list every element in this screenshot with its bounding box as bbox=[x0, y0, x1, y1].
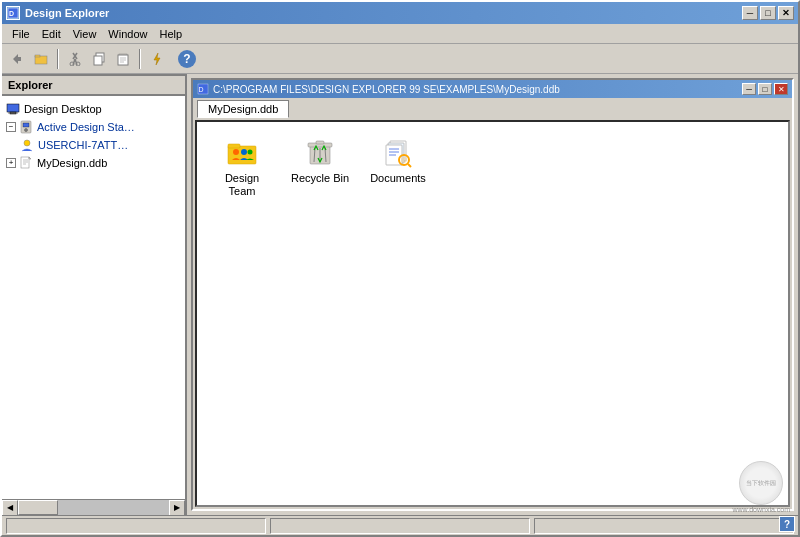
svg-rect-26 bbox=[21, 157, 29, 168]
toolbar-paste-btn[interactable] bbox=[112, 48, 134, 70]
maximize-button[interactable]: □ bbox=[760, 6, 776, 20]
toolbar-cut-btn[interactable] bbox=[64, 48, 86, 70]
sub-minimize-btn[interactable]: ─ bbox=[742, 83, 756, 95]
svg-rect-40 bbox=[316, 141, 324, 144]
file-item-design-team[interactable]: DesignTeam bbox=[207, 132, 277, 202]
svg-point-51 bbox=[401, 157, 407, 163]
menu-view[interactable]: View bbox=[67, 26, 103, 42]
sub-maximize-btn[interactable]: □ bbox=[758, 83, 772, 95]
sub-window: D C:\PROGRAM FILES\DESIGN EXPLORER 99 SE… bbox=[191, 78, 794, 511]
scroll-thumb[interactable] bbox=[18, 500, 58, 515]
status-panel-2 bbox=[270, 518, 530, 534]
toolbar-run-btn[interactable] bbox=[146, 48, 168, 70]
svg-text:D: D bbox=[9, 10, 14, 17]
main-panel: D C:\PROGRAM FILES\DESIGN EXPLORER 99 SE… bbox=[187, 74, 798, 515]
svg-point-35 bbox=[233, 149, 239, 155]
sidebar: Explorer Design Desktop − bbox=[2, 74, 187, 515]
menu-file[interactable]: File bbox=[6, 26, 36, 42]
watermark-line2: www.downxia.com bbox=[732, 506, 790, 513]
svg-point-25 bbox=[24, 140, 30, 146]
toolbar: ? bbox=[2, 44, 798, 74]
tab-mydesign[interactable]: MyDesign.ddb bbox=[197, 100, 289, 118]
status-panel-1 bbox=[6, 518, 266, 534]
desktop-icon bbox=[6, 102, 20, 116]
user-icon bbox=[20, 138, 34, 152]
sidebar-tree: Design Desktop − Active Design Station: bbox=[2, 96, 185, 499]
status-panel-3 bbox=[534, 518, 794, 534]
watermark: 当下软件园 www.downxia.com bbox=[732, 461, 790, 513]
title-bar: D Design Explorer ─ □ ✕ bbox=[2, 2, 798, 24]
sidebar-item-user[interactable]: USERCHI-7ATTK62 bbox=[16, 136, 185, 154]
close-button[interactable]: ✕ bbox=[778, 6, 794, 20]
sub-window-path: C:\PROGRAM FILES\DESIGN EXPLORER 99 SE\E… bbox=[213, 84, 740, 95]
window-title: Design Explorer bbox=[25, 7, 742, 19]
toolbar-back-btn[interactable] bbox=[6, 48, 28, 70]
tab-bar: MyDesign.ddb bbox=[193, 98, 792, 118]
expand-mydesign-btn[interactable]: + bbox=[6, 158, 16, 168]
bottom-right-help-btn[interactable]: ? bbox=[779, 516, 795, 532]
svg-rect-19 bbox=[7, 104, 19, 112]
watermark-line1: 当下软件园 bbox=[746, 479, 776, 487]
sidebar-item-mydesign[interactable]: + MyDesign.ddb bbox=[2, 154, 185, 172]
sidebar-scrollbar[interactable]: ◀ ▶ bbox=[2, 499, 185, 515]
file-item-recycle-bin[interactable]: Recycle Bin bbox=[285, 132, 355, 202]
station-icon bbox=[19, 120, 33, 134]
toolbar-open-btn[interactable] bbox=[30, 48, 52, 70]
svg-marker-27 bbox=[29, 157, 31, 159]
sidebar-item-design-desktop[interactable]: Design Desktop bbox=[2, 100, 185, 118]
menu-help[interactable]: Help bbox=[153, 26, 188, 42]
menu-window[interactable]: Window bbox=[102, 26, 153, 42]
sidebar-item-active-station[interactable]: − Active Design Station: bbox=[2, 118, 185, 136]
toolbar-copy-btn[interactable] bbox=[88, 48, 110, 70]
documents-icon bbox=[382, 136, 414, 168]
svg-rect-34 bbox=[228, 144, 240, 148]
design-team-label: DesignTeam bbox=[225, 172, 259, 198]
svg-marker-2 bbox=[13, 54, 21, 64]
toolbar-sep2 bbox=[139, 49, 141, 69]
content-area: Explorer Design Desktop − bbox=[2, 74, 798, 515]
scroll-left-btn[interactable]: ◀ bbox=[2, 500, 18, 516]
scroll-right-btn[interactable]: ▶ bbox=[169, 500, 185, 516]
recycle-bin-label: Recycle Bin bbox=[291, 172, 349, 185]
design-team-icon bbox=[226, 136, 258, 168]
minimize-button[interactable]: ─ bbox=[742, 6, 758, 20]
menu-bar: File Edit View Window Help bbox=[2, 24, 798, 44]
svg-text:D: D bbox=[199, 86, 204, 93]
file-item-documents[interactable]: Documents bbox=[363, 132, 433, 202]
svg-rect-4 bbox=[35, 55, 40, 57]
menu-edit[interactable]: Edit bbox=[36, 26, 67, 42]
toolbar-sep1 bbox=[57, 49, 59, 69]
window-controls: ─ □ ✕ bbox=[742, 6, 794, 20]
file-view[interactable]: DesignTeam bbox=[195, 120, 790, 507]
status-bar bbox=[2, 515, 798, 535]
sidebar-header: Explorer bbox=[2, 76, 185, 96]
expand-station-btn[interactable]: − bbox=[6, 122, 16, 132]
scroll-track[interactable] bbox=[18, 500, 169, 515]
app-icon: D bbox=[6, 6, 20, 20]
sub-close-btn[interactable]: ✕ bbox=[774, 83, 788, 95]
svg-rect-33 bbox=[228, 146, 256, 164]
svg-marker-18 bbox=[154, 53, 160, 65]
sidebar-station-label: Active Design Station: bbox=[37, 121, 137, 133]
ddb-icon bbox=[19, 156, 33, 170]
recycle-bin-icon bbox=[304, 136, 336, 168]
svg-rect-12 bbox=[94, 56, 102, 65]
sidebar-desktop-label: Design Desktop bbox=[24, 103, 102, 115]
svg-point-36 bbox=[241, 149, 247, 155]
svg-line-52 bbox=[408, 164, 411, 167]
svg-point-37 bbox=[248, 150, 253, 155]
svg-rect-23 bbox=[23, 123, 29, 127]
sidebar-mydesign-label: MyDesign.ddb bbox=[37, 157, 107, 169]
sub-title-bar: D C:\PROGRAM FILES\DESIGN EXPLORER 99 SE… bbox=[193, 80, 792, 98]
sidebar-user-label: USERCHI-7ATTK62 bbox=[38, 139, 133, 151]
svg-point-24 bbox=[25, 129, 28, 132]
toolbar-help-btn[interactable]: ? bbox=[178, 50, 196, 68]
documents-label: Documents bbox=[370, 172, 426, 185]
